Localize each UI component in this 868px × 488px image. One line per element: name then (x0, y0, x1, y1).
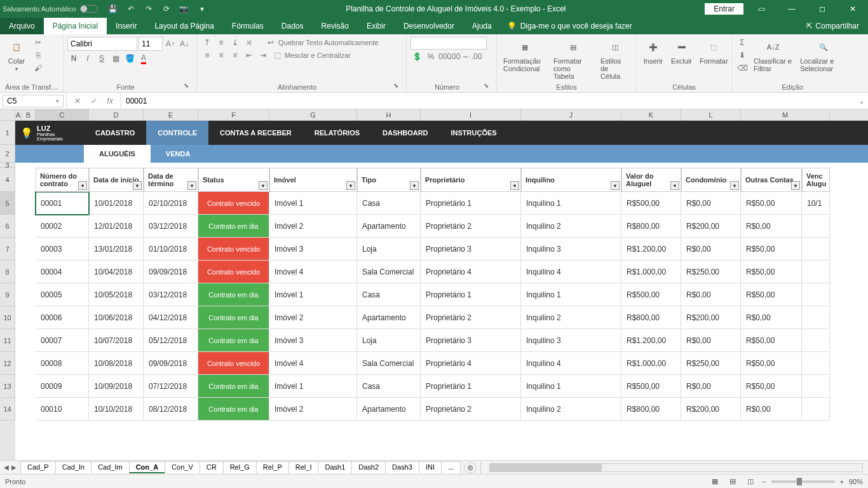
cell-owner[interactable]: Proprietário 3 (421, 329, 521, 352)
sheet-tab-CR[interactable]: CR (200, 461, 224, 473)
clear-icon[interactable]: ⌫ (736, 62, 749, 74)
cell-due[interactable]: 10/1 (802, 192, 830, 215)
cell-tenant[interactable]: Inquilino 2 (521, 306, 621, 329)
tab-help[interactable]: Ajuda (463, 18, 501, 34)
sheet-tab-Rel_P[interactable]: Rel_P (256, 461, 289, 473)
tab-file[interactable]: Arquivo (0, 18, 44, 34)
cell-end-date[interactable]: 09/09/2018 (144, 352, 198, 375)
cell-start-date[interactable]: 12/01/2018 (89, 215, 144, 238)
nav-contas-receber[interactable]: CONTAS A RECEBER (208, 121, 303, 145)
cell-end-date[interactable]: 05/12/2018 (144, 329, 198, 352)
italic-button[interactable]: I (81, 53, 94, 64)
cell-rent[interactable]: R$1.000,00 (621, 352, 681, 375)
cell-start-date[interactable]: 10/07/2018 (89, 329, 144, 352)
cell-type[interactable]: Casa (357, 375, 421, 398)
cell-end-date[interactable]: 03/12/2018 (144, 283, 198, 306)
filter-icon[interactable]: ▾ (133, 181, 142, 190)
tab-insert[interactable]: Inserir (107, 18, 146, 34)
row-header-11[interactable]: 11 (0, 329, 15, 352)
formula-input[interactable] (121, 95, 855, 107)
tell-me-box[interactable]: 💡 Diga-me o que você deseja fazer (501, 18, 639, 34)
cut-icon[interactable]: ✂ (32, 37, 44, 48)
cell-type[interactable]: Apartamento (357, 215, 421, 238)
sheet-tab-Rel_G[interactable]: Rel_G (223, 461, 257, 473)
filter-icon[interactable]: ▾ (410, 181, 419, 190)
tab-formulas[interactable]: Fórmulas (223, 18, 273, 34)
sheet-nav-next-icon[interactable]: ▶ (11, 464, 17, 471)
row-header-12[interactable]: 12 (0, 352, 15, 375)
page-break-view-icon[interactable]: ◫ (744, 477, 757, 487)
cell-start-date[interactable]: 10/09/2018 (89, 375, 144, 398)
tab-data[interactable]: Dados (273, 18, 313, 34)
decrease-decimal-icon[interactable]: ←.00 (466, 51, 479, 62)
align-middle-icon[interactable]: ≡ (215, 37, 227, 48)
undo-icon[interactable]: ↶ (126, 4, 136, 14)
filter-icon[interactable]: ▾ (611, 181, 620, 190)
tab-layout[interactable]: Layout da Página (146, 18, 222, 34)
signin-button[interactable]: Entrar (705, 3, 743, 15)
font-name-input[interactable] (67, 37, 137, 51)
sheet-tab-Cad_P[interactable]: Cad_P (20, 461, 56, 473)
subnav-alugueis[interactable]: ALUGUÉIS (84, 145, 151, 163)
cell-property[interactable]: Imóvel 1 (269, 283, 357, 306)
cell-contract-number[interactable]: 00005 (36, 283, 89, 306)
cell-property[interactable]: Imóvel 1 (269, 192, 357, 215)
cell-end-date[interactable]: 04/12/2018 (144, 306, 198, 329)
cell-contract-number[interactable]: 00002 (36, 215, 89, 238)
save-icon[interactable]: 💾 (108, 4, 118, 14)
cell-tenant[interactable]: Inquilino 2 (521, 215, 621, 238)
row-header-5[interactable]: 5 (0, 192, 15, 215)
cell-tenant[interactable]: Inquilino 4 (521, 352, 621, 375)
tab-view[interactable]: Exibir (358, 18, 395, 34)
zoom-out-button[interactable]: − (762, 478, 766, 485)
cell-end-date[interactable]: 03/12/2018 (144, 215, 198, 238)
cell-due[interactable] (802, 398, 830, 421)
camera-icon[interactable]: 📷 (179, 4, 189, 14)
tab-developer[interactable]: Desenvolvedor (395, 18, 463, 34)
zoom-in-button[interactable]: + (840, 478, 844, 485)
number-dialog-launcher[interactable]: ⬊ (484, 82, 492, 91)
cell-owner[interactable]: Proprietário 3 (421, 238, 521, 261)
col-header-b[interactable]: B (22, 109, 36, 120)
col-header-g[interactable]: G (269, 109, 357, 120)
tab-home[interactable]: Página Inicial (44, 18, 107, 34)
cell-due[interactable] (802, 215, 830, 238)
page-layout-view-icon[interactable]: ▤ (726, 477, 739, 487)
cell-tenant[interactable]: Inquilino 2 (521, 398, 621, 421)
cell-type[interactable]: Apartamento (357, 306, 421, 329)
cell-contract-number[interactable]: 00008 (36, 352, 89, 375)
cell-rent[interactable]: R$800,00 (621, 215, 681, 238)
cell-type[interactable]: Apartamento (357, 398, 421, 421)
col-header-h[interactable]: H (357, 109, 421, 120)
normal-view-icon[interactable]: ▦ (709, 477, 721, 487)
cell-condo[interactable]: R$200,00 (681, 215, 741, 238)
cell-status[interactable]: Contrato vencido (198, 192, 269, 215)
expand-formula-bar-icon[interactable]: ⌄ (855, 97, 868, 105)
cell-tenant[interactable]: Inquilino 3 (521, 238, 621, 261)
fill-color-icon[interactable]: 🪣 (123, 53, 136, 64)
find-select-button[interactable]: 🔍Localizar e Selecionar (797, 37, 849, 74)
align-left-icon[interactable]: ≡ (201, 50, 214, 61)
nav-dashboard[interactable]: DASHBOARD (371, 121, 440, 145)
autosum-icon[interactable]: Σ (736, 37, 749, 48)
cell-end-date[interactable]: 07/12/2018 (144, 375, 198, 398)
sheet-tab-Cad_In[interactable]: Cad_In (55, 461, 92, 473)
cell-type[interactable]: Casa (357, 283, 421, 306)
filter-icon[interactable]: ▾ (670, 181, 679, 190)
row-header-3[interactable]: 3 (0, 163, 15, 168)
decrease-font-icon[interactable]: A↓ (178, 38, 191, 50)
cell-contract-number[interactable]: 00004 (36, 261, 89, 283)
cell-condo[interactable]: R$250,00 (681, 261, 741, 283)
cell-rent[interactable]: R$500,00 (621, 375, 681, 398)
cell-contract-number[interactable]: 00009 (36, 375, 89, 398)
cell-property[interactable]: Imóvel 4 (269, 261, 357, 283)
cell-start-date[interactable]: 10/08/2018 (89, 352, 144, 375)
nav-relatorios[interactable]: RELATÓRIOS (303, 121, 371, 145)
sheet-tab-Con_V[interactable]: Con_V (165, 461, 200, 473)
col-header-c[interactable]: C (36, 109, 89, 120)
align-right-icon[interactable]: ≡ (229, 50, 241, 61)
cell-rent[interactable]: R$1.200,00 (621, 238, 681, 261)
cell-other[interactable]: R$50,00 (741, 283, 802, 306)
filter-icon[interactable]: ▾ (346, 181, 355, 190)
paste-button[interactable]: 📋 Colar ▾ (4, 37, 29, 73)
